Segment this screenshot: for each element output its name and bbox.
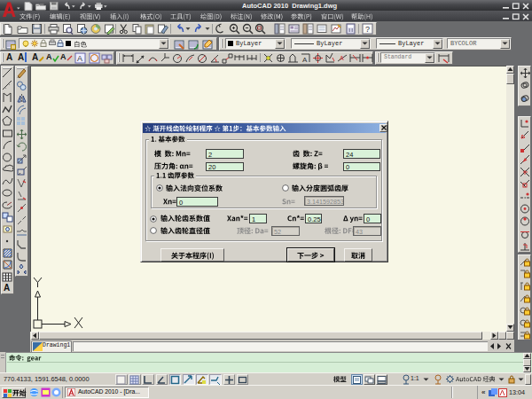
svg-text:A: A	[302, 56, 308, 64]
svg-text:A: A	[340, 55, 344, 61]
svg-text:?: ?	[365, 25, 370, 34]
svg-text:A: A	[77, 54, 82, 63]
